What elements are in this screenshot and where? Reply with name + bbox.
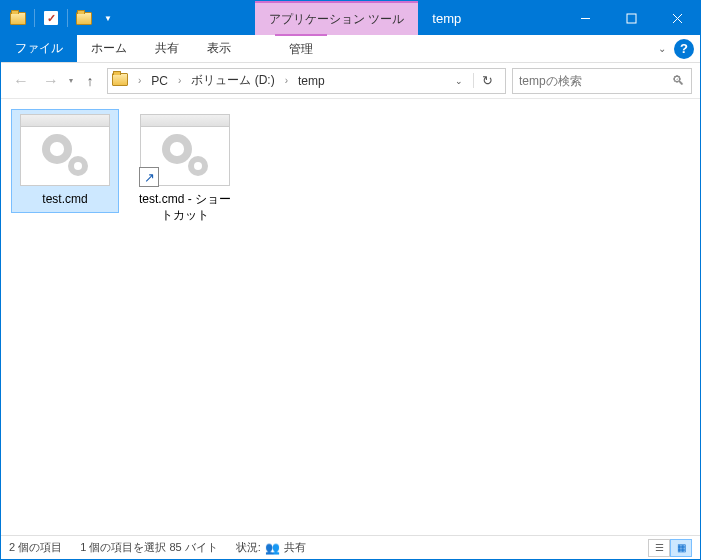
file-label: test.cmd: [42, 192, 87, 208]
status-item-count: 2 個の項目: [9, 540, 62, 555]
status-bar: 2 個の項目 1 個の項目を選択 85 バイト 状況: 👥 共有 ☰ ▦: [1, 535, 700, 559]
refresh-button[interactable]: ↻: [473, 73, 501, 88]
search-icon[interactable]: 🔍︎: [672, 73, 685, 88]
tab-file[interactable]: ファイル: [1, 35, 77, 62]
status-selection: 1 個の項目を選択 85 バイト: [80, 540, 218, 555]
file-item[interactable]: ↗ test.cmd - ショートカット: [131, 109, 239, 228]
gears-icon: [40, 132, 90, 176]
new-folder-icon[interactable]: [73, 7, 95, 29]
minimize-button[interactable]: [562, 1, 608, 35]
address-dropdown-icon[interactable]: ⌄: [449, 76, 469, 86]
explorer-window: ✓ ▼ アプリケーション ツール temp ファイル ホーム 共有 表示 管理 …: [0, 0, 701, 560]
search-box[interactable]: 🔍︎: [512, 68, 692, 94]
close-button[interactable]: [654, 1, 700, 35]
navigation-bar: ← → ▾ ↑ › PC › ボリューム (D:) › temp ⌄ ↻ 🔍︎: [1, 63, 700, 99]
file-thumbnail: [20, 114, 110, 186]
file-thumbnail: ↗: [140, 114, 230, 186]
folder-icon[interactable]: [7, 7, 29, 29]
status-situation: 状況: 👥 共有: [236, 540, 306, 555]
file-item[interactable]: test.cmd: [11, 109, 119, 213]
window-controls: [562, 1, 700, 35]
view-toggle: ☰ ▦: [648, 539, 692, 557]
maximize-button[interactable]: [608, 1, 654, 35]
items-view: test.cmd ↗ test.cmd - ショートカット: [1, 99, 700, 535]
ribbon-collapse-icon[interactable]: ⌄: [650, 35, 674, 62]
window-title: temp: [418, 1, 562, 35]
breadcrumb-item[interactable]: temp: [296, 74, 327, 88]
file-label: test.cmd - ショートカット: [136, 192, 234, 223]
tab-view[interactable]: 表示: [193, 35, 245, 62]
details-view-button[interactable]: ☰: [648, 539, 670, 557]
shortcut-arrow-icon: ↗: [139, 167, 159, 187]
back-button[interactable]: ←: [9, 69, 33, 93]
chevron-right-icon[interactable]: ›: [174, 75, 185, 86]
chevron-right-icon[interactable]: ›: [281, 75, 292, 86]
people-icon: 👥: [265, 541, 280, 555]
search-input[interactable]: [519, 74, 672, 88]
svg-rect-1: [627, 14, 636, 23]
address-bar[interactable]: › PC › ボリューム (D:) › temp ⌄ ↻: [107, 68, 506, 94]
contextual-tab-label: アプリケーション ツール: [255, 1, 418, 35]
gears-icon: [160, 132, 210, 176]
separator: [34, 9, 35, 27]
properties-check-icon[interactable]: ✓: [40, 7, 62, 29]
history-dropdown-icon[interactable]: ▾: [69, 76, 73, 85]
content-area[interactable]: test.cmd ↗ test.cmd - ショートカット: [1, 99, 700, 535]
breadcrumb-item[interactable]: ボリューム (D:): [189, 72, 276, 89]
separator: [67, 9, 68, 27]
titlebar: ✓ ▼ アプリケーション ツール temp: [1, 1, 700, 35]
chevron-right-icon[interactable]: ›: [134, 75, 145, 86]
up-button[interactable]: ↑: [79, 70, 101, 92]
tab-home[interactable]: ホーム: [77, 35, 141, 62]
icons-view-button[interactable]: ▦: [670, 539, 692, 557]
forward-button[interactable]: →: [39, 69, 63, 93]
tab-share[interactable]: 共有: [141, 35, 193, 62]
qat-dropdown-icon[interactable]: ▼: [97, 7, 119, 29]
tab-manage[interactable]: 管理: [275, 34, 327, 62]
breadcrumb-item[interactable]: PC: [149, 74, 170, 88]
ribbon-tabs: ファイル ホーム 共有 表示 管理 ⌄ ?: [1, 35, 700, 63]
quick-access-toolbar: ✓ ▼: [1, 1, 125, 35]
help-button[interactable]: ?: [674, 39, 694, 59]
folder-icon: [112, 73, 130, 88]
